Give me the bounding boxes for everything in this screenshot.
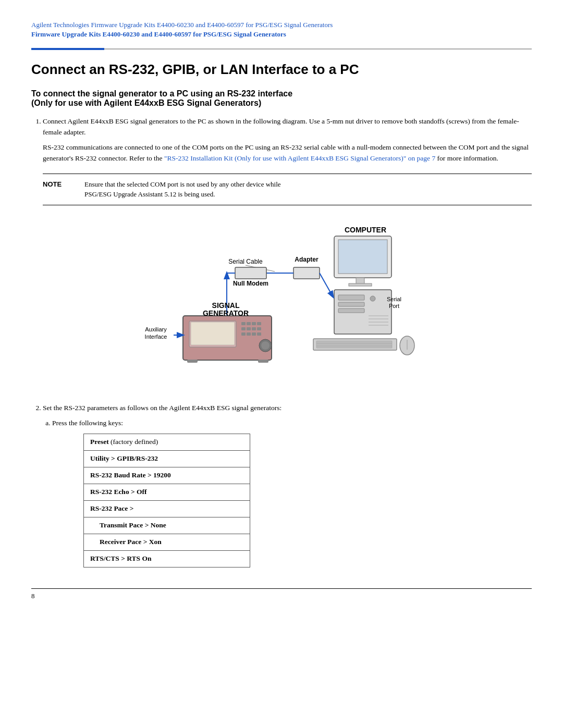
step2a-text: Press the following keys: bbox=[52, 419, 123, 427]
svg-text:GENERATOR: GENERATOR bbox=[203, 309, 249, 317]
svg-point-47 bbox=[261, 341, 270, 350]
step2: Set the RS-232 parameters as follows on … bbox=[43, 403, 532, 567]
svg-text:Null Modem: Null Modem bbox=[233, 280, 268, 287]
svg-rect-41 bbox=[257, 327, 261, 330]
key-row: Utility > GPIB/RS-232 bbox=[84, 451, 250, 467]
step1-link[interactable]: "RS-232 Installation Kit (Only for use w… bbox=[164, 154, 435, 162]
header: Agilent Technologies Firmware Upgrade Ki… bbox=[31, 21, 532, 39]
step1-para2: RS-232 communications are connected to o… bbox=[43, 142, 532, 164]
footer-page: 8 bbox=[31, 592, 35, 600]
svg-rect-2 bbox=[356, 278, 364, 284]
computer-label: COMPUTER bbox=[345, 226, 386, 234]
subsection-title-line1: To connect the signal generator to a PC … bbox=[31, 89, 292, 98]
key-row: RS-232 Baud Rate > 19200 bbox=[84, 467, 250, 484]
svg-rect-21 bbox=[293, 267, 320, 279]
svg-text:SIGNAL: SIGNAL bbox=[212, 301, 240, 310]
svg-rect-37 bbox=[257, 322, 261, 325]
note-text: Ensure that the selected COM port is not… bbox=[84, 179, 281, 200]
svg-rect-45 bbox=[257, 332, 261, 336]
svg-rect-38 bbox=[241, 327, 246, 330]
svg-rect-39 bbox=[247, 327, 251, 330]
svg-text:Port: Port bbox=[389, 303, 399, 309]
svg-text:Serial: Serial bbox=[387, 296, 401, 302]
key-row: RS-232 Echo > Off bbox=[84, 484, 250, 501]
step1-text1: Connect Agilent E44xxB ESG signal genera… bbox=[43, 117, 519, 136]
main-content: Connect Agilent E44xxB ESG signal genera… bbox=[31, 116, 532, 567]
svg-text:Interface: Interface bbox=[145, 334, 167, 340]
subsection-title: To connect the signal generator to a PC … bbox=[31, 89, 532, 108]
svg-text:Serial Cable: Serial Cable bbox=[228, 258, 263, 265]
step1-text3: for more information. bbox=[435, 154, 498, 162]
note-line2: PSG/ESG Upgrade Assistant 5.12 is being … bbox=[84, 190, 215, 198]
svg-rect-42 bbox=[241, 332, 246, 336]
step1: Connect Agilent E44xxB ESG signal genera… bbox=[43, 116, 532, 388]
note-line1: Ensure that the selected COM port is not… bbox=[84, 180, 281, 188]
svg-rect-49 bbox=[258, 360, 268, 363]
diagram-container: COMPUTER bbox=[43, 218, 532, 388]
subsection-title-line2: (Only for use with Agilent E44xxB ESG Si… bbox=[31, 98, 261, 107]
svg-text:Adapter: Adapter bbox=[295, 256, 319, 263]
svg-rect-6 bbox=[338, 302, 364, 306]
svg-rect-1 bbox=[338, 240, 387, 274]
svg-rect-48 bbox=[187, 360, 198, 363]
note-box: NOTE Ensure that the selected COM port i… bbox=[43, 174, 532, 205]
svg-line-23 bbox=[320, 273, 333, 297]
svg-point-8 bbox=[370, 296, 375, 301]
key-row: Preset (factory defined) bbox=[84, 434, 250, 451]
section-rule bbox=[31, 48, 532, 50]
step2a: Press the following keys: Preset (factor… bbox=[52, 418, 532, 567]
svg-rect-27 bbox=[235, 267, 266, 279]
section-title: Connect an RS-232, GPIB, or LAN Interfac… bbox=[31, 61, 532, 78]
svg-rect-36 bbox=[252, 322, 256, 325]
svg-rect-14 bbox=[316, 341, 392, 348]
svg-rect-5 bbox=[338, 295, 364, 300]
diagram: COMPUTER bbox=[110, 218, 464, 388]
key-row: Transmit Pace > None bbox=[84, 517, 250, 534]
footer-rule bbox=[31, 588, 532, 589]
key-row: RTS/CTS > RTS On bbox=[84, 550, 250, 567]
svg-rect-34 bbox=[241, 322, 246, 325]
svg-rect-43 bbox=[247, 332, 251, 336]
sub-list: Press the following keys: Preset (factor… bbox=[52, 418, 532, 567]
key-row: RS-232 Pace > bbox=[84, 501, 250, 517]
svg-text:Auxiliary: Auxiliary bbox=[145, 326, 167, 332]
svg-rect-44 bbox=[252, 332, 256, 336]
svg-rect-35 bbox=[247, 322, 251, 325]
step2-text: Set the RS-232 parameters as follows on … bbox=[43, 404, 282, 412]
svg-rect-7 bbox=[338, 309, 364, 313]
note-label: NOTE bbox=[43, 179, 74, 200]
main-list: Connect Agilent E44xxB ESG signal genera… bbox=[43, 116, 532, 567]
keys-table: Preset (factory defined)Utility > GPIB/R… bbox=[83, 434, 250, 567]
svg-rect-3 bbox=[349, 283, 372, 286]
key-row: Receiver Pace > Xon bbox=[84, 534, 250, 550]
header-link1[interactable]: Agilent Technologies Firmware Upgrade Ki… bbox=[31, 21, 532, 29]
svg-rect-40 bbox=[252, 327, 256, 330]
svg-rect-33 bbox=[191, 322, 235, 345]
header-link2[interactable]: Firmware Upgrade Kits E4400-60230 and E4… bbox=[31, 30, 532, 39]
